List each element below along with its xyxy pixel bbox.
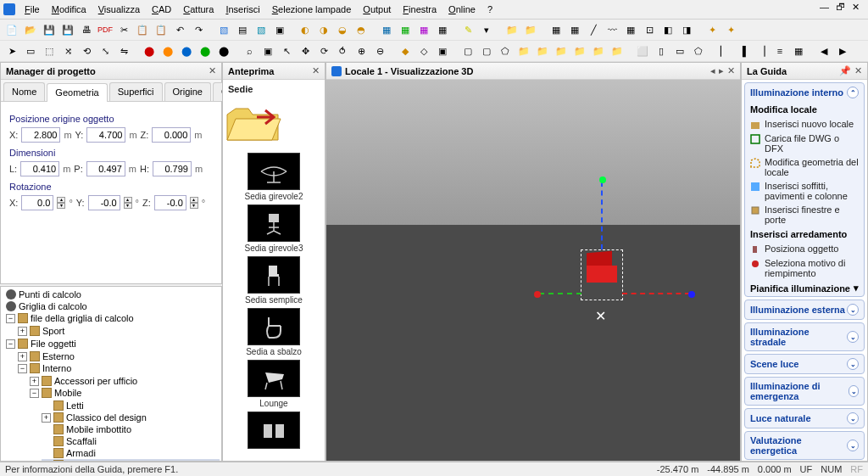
tree-mobile[interactable]: Mobile — [54, 388, 81, 398]
grid3-icon[interactable]: ▦ — [622, 21, 639, 38]
tree-interno[interactable]: Interno — [42, 363, 71, 373]
brand-3-icon[interactable]: ⬤ — [178, 42, 195, 59]
calc3-icon[interactable]: ▦ — [415, 21, 432, 38]
panel-pin-icon[interactable]: 📌 — [839, 65, 851, 76]
zoomout-icon[interactable]: ⊖ — [371, 42, 388, 59]
ortho-top-icon[interactable]: ⬜ — [634, 42, 651, 59]
folder-tex-icon[interactable]: 📁 — [609, 42, 626, 59]
folder-col-icon[interactable]: 📁 — [590, 42, 607, 59]
tree-esterno[interactable]: Esterno — [42, 351, 75, 361]
calc2-icon[interactable]: ▦ — [397, 21, 414, 38]
panel-close-icon[interactable]: ✕ — [727, 65, 735, 76]
paste-icon[interactable]: 📋 — [153, 21, 170, 38]
folder-tool-icon[interactable]: 📁 — [515, 42, 532, 59]
preview-item[interactable]: Sedia girevole2 — [223, 153, 325, 201]
tool-a-icon[interactable]: ◧ — [659, 21, 676, 38]
grid-toggle-icon[interactable]: ▦ — [790, 42, 807, 59]
rect-dash-icon[interactable]: ⬚ — [41, 42, 58, 59]
dropdown-icon[interactable]: ▾ — [854, 283, 859, 294]
new-file-icon[interactable]: 📄 — [3, 21, 20, 38]
menu-help[interactable]: ? — [481, 2, 498, 17]
guide-finestre[interactable]: Inserisci finestre e porte — [745, 203, 864, 227]
scale-icon[interactable]: ⤡ — [97, 42, 114, 59]
folder-2-icon[interactable]: 📁 — [522, 21, 539, 38]
menu-finestra[interactable]: Finestra — [397, 2, 442, 17]
align-right-icon[interactable]: ▕ — [753, 42, 770, 59]
light-street-icon[interactable]: ◓ — [353, 21, 370, 38]
exp-esterno[interactable]: + — [18, 352, 27, 361]
view-3d-icon[interactable]: ⬠ — [497, 42, 514, 59]
axis-y[interactable] — [622, 293, 690, 294]
align-left-icon[interactable]: ▏ — [715, 42, 732, 59]
tree-griglia[interactable]: Griglia di calcolo — [19, 301, 87, 311]
folder-up-icon[interactable] — [223, 102, 282, 144]
exp-interno[interactable]: − — [18, 364, 27, 373]
brand-1-icon[interactable]: ⬤ — [141, 42, 158, 59]
tree-accessori[interactable]: Accessori per ufficio — [54, 376, 137, 386]
curve-icon[interactable]: 〰 — [604, 21, 620, 38]
spinner-ry[interactable]: ▴▾ — [124, 197, 132, 209]
guide-section-energetica[interactable]: Valutazione energetica⌄ — [744, 431, 865, 460]
line-icon[interactable]: ╱ — [585, 21, 602, 38]
light-room-icon[interactable]: ◐ — [297, 21, 314, 38]
grid2-icon[interactable]: ▦ — [566, 21, 583, 38]
tab-origine[interactable]: Origine — [164, 82, 211, 101]
bounding-box[interactable]: ✕ — [581, 249, 623, 300]
menu-visualizza[interactable]: Visualizza — [92, 2, 146, 17]
light-ext-icon[interactable]: ◒ — [334, 21, 351, 38]
guide-seleziona[interactable]: Seleziona motivo di riempimento — [745, 256, 864, 280]
view-top-icon[interactable]: ▢ — [459, 42, 476, 59]
open-file-icon[interactable]: 📂 — [22, 21, 39, 38]
copy-icon[interactable]: 📋 — [134, 21, 151, 38]
guide-section-esterna[interactable]: Illuminazione esterna⌄ — [744, 300, 865, 320]
guide-nuovo-locale[interactable]: Inserisci nuovo locale — [745, 117, 864, 132]
tool-b-icon[interactable]: ◨ — [678, 21, 695, 38]
tree-sport[interactable]: Sport — [42, 326, 64, 336]
tree-armadi[interactable]: Armadi — [66, 448, 96, 458]
chevron-down-icon[interactable]: ⌄ — [847, 304, 859, 316]
origin-marker[interactable]: ✕ — [595, 308, 606, 324]
input-rot-x[interactable] — [21, 195, 53, 210]
point-icon[interactable]: ⊡ — [641, 21, 658, 38]
tab-geometria[interactable]: Geometria — [47, 83, 107, 102]
zoomin-icon[interactable]: ⊕ — [353, 42, 370, 59]
window-restore-icon[interactable]: 🗗 — [836, 2, 845, 17]
tree-punti[interactable]: Punti di calcolo — [19, 289, 81, 300]
input-origin-x[interactable] — [21, 127, 60, 143]
tree-filegriglia[interactable]: file della griglia di calcolo — [31, 313, 134, 323]
axis-x[interactable] — [539, 293, 581, 294]
guide-section-stradale[interactable]: Illuminazione stradale⌄ — [744, 322, 865, 351]
layers-icon[interactable]: ▤ — [234, 21, 251, 38]
input-origin-y[interactable] — [86, 127, 125, 143]
chevron-down-icon[interactable]: ⌄ — [847, 358, 859, 370]
print-icon[interactable]: 🖶 — [78, 21, 95, 38]
preview-item[interactable]: Lounge — [223, 360, 325, 408]
calc4-icon[interactable]: ▦ — [434, 21, 451, 38]
panel-close-icon[interactable]: ✕ — [312, 65, 320, 76]
mirror-icon[interactable]: ⇋ — [115, 42, 132, 59]
folder-1-icon[interactable]: 📁 — [504, 21, 520, 38]
input-dim-h[interactable] — [153, 161, 192, 176]
object-tree[interactable]: Punti di calcolo Griglia di calcolo −fil… — [3, 288, 220, 462]
align-center-icon[interactable]: ▐ — [734, 42, 751, 59]
zoom-cursor-icon[interactable]: ↖ — [278, 42, 295, 59]
preview-item[interactable]: Sedia semplice — [223, 256, 325, 305]
folder-light-icon[interactable]: 📁 — [553, 42, 570, 59]
guide-section-naturale[interactable]: Luce naturale⌄ — [744, 408, 865, 428]
input-dim-l[interactable] — [20, 161, 59, 176]
panel-prev-icon[interactable]: ◂ — [710, 65, 715, 76]
brand-4-icon[interactable]: ⬤ — [197, 42, 214, 59]
save-icon[interactable]: 💾 — [41, 21, 58, 38]
exp-filegriglia[interactable]: − — [6, 314, 15, 323]
ortho-side-icon[interactable]: ▭ — [671, 42, 688, 59]
tab-superfici[interactable]: Superfici — [109, 82, 163, 101]
zoom-window-icon[interactable]: ▣ — [259, 42, 276, 59]
exp-classico[interactable]: + — [42, 413, 51, 423]
input-dim-p[interactable] — [86, 161, 125, 176]
light-scene-icon[interactable]: ◑ — [315, 21, 332, 38]
redo-icon[interactable]: ↷ — [190, 21, 207, 38]
zoom-extents-icon[interactable]: ⌕ — [241, 42, 258, 59]
next-icon[interactable]: ▶ — [834, 42, 851, 59]
3d-view-icon[interactable]: ⬠ — [690, 42, 707, 59]
rotate2-icon[interactable]: ⥀ — [334, 42, 351, 59]
